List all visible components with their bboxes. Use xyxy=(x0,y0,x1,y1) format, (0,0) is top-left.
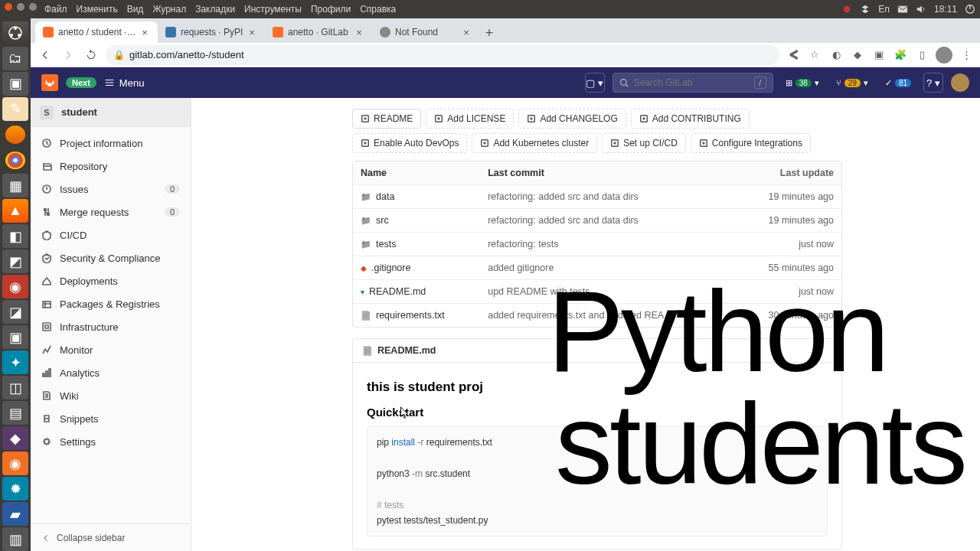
reload-button[interactable] xyxy=(83,47,100,64)
firefox-icon[interactable] xyxy=(5,126,25,144)
collapse-sidebar[interactable]: Collapse sidebar xyxy=(31,523,191,551)
app-icon[interactable]: ✦ xyxy=(2,350,28,374)
close-icon[interactable]: × xyxy=(247,27,257,37)
app-icon[interactable]: ▥ xyxy=(2,527,28,551)
table-row[interactable]: datarefactoring: added src and data dirs… xyxy=(353,185,841,209)
power-icon[interactable] xyxy=(965,4,975,15)
tab-gitlab-user[interactable]: anetto · GitLab × xyxy=(265,21,372,43)
share-icon[interactable] xyxy=(786,47,801,63)
sidebar-item[interactable]: Repository xyxy=(31,155,191,178)
sidebar-item[interactable]: Packages & Registries xyxy=(31,292,191,315)
table-row[interactable]: testsrefactoring: testsjust now xyxy=(353,233,841,256)
language-indicator[interactable]: En xyxy=(878,4,890,15)
action-button[interactable]: Add Kubernetes cluster xyxy=(472,133,597,153)
virtualbox-icon[interactable]: ▣ xyxy=(2,325,28,349)
app-icon[interactable]: ◧ xyxy=(2,224,28,248)
star-icon[interactable]: ☆ xyxy=(807,47,822,63)
extension-icon[interactable]: ◆ xyxy=(850,47,865,63)
menu-icon[interactable]: ⋮ xyxy=(959,47,974,63)
profile-avatar[interactable] xyxy=(936,47,952,64)
app-icon[interactable]: ▤ xyxy=(2,401,28,425)
mrs-badge[interactable]: ⑂29▾ xyxy=(831,77,873,90)
app-icon[interactable]: ◆ xyxy=(2,426,28,450)
tab-pypi[interactable]: requests · PyPI × xyxy=(158,21,265,43)
volume-icon[interactable] xyxy=(916,4,926,15)
quick-actions: READMEAdd LICENSEAdd CHANGELOGAdd CONTRI… xyxy=(352,109,842,153)
sidebar-item[interactable]: Merge requests0 xyxy=(31,201,191,223)
url-input[interactable]: 🔒 gitlab.com/anetto-/student xyxy=(106,45,779,65)
help-dropdown[interactable]: ? ▾ xyxy=(923,73,943,93)
gitlab-logo-icon[interactable] xyxy=(41,74,58,91)
clock[interactable]: 18:11 xyxy=(934,4,957,15)
window-controls[interactable] xyxy=(5,3,37,11)
system-tray[interactable]: En 18:11 xyxy=(841,4,975,15)
chrome-icon[interactable] xyxy=(5,152,25,170)
url-text: gitlab.com/anetto-/student xyxy=(129,49,244,60)
mail-icon[interactable] xyxy=(897,4,908,15)
postman-icon[interactable]: ◉ xyxy=(2,452,28,475)
app-icon[interactable]: ◪ xyxy=(2,300,28,324)
forward-button[interactable] xyxy=(60,47,77,64)
dash-icon[interactable] xyxy=(2,21,28,45)
issues-badge[interactable]: ⊞38▾ xyxy=(781,77,824,90)
sidebar-item[interactable]: CI/CD xyxy=(31,223,191,246)
sidebar-item[interactable]: Issues0 xyxy=(31,178,191,201)
action-button[interactable]: Configure Integrations xyxy=(691,133,811,153)
app-icon[interactable]: ◫ xyxy=(2,376,28,399)
readme-header[interactable]: README.md xyxy=(353,339,841,363)
extension-icon[interactable]: ◐ xyxy=(828,47,844,63)
search-box[interactable]: / xyxy=(612,73,773,93)
table-row[interactable]: README.mdupd README with testsjust now xyxy=(353,280,841,304)
calculator-icon[interactable]: ▦ xyxy=(2,174,28,197)
next-badge[interactable]: Next xyxy=(66,77,96,88)
action-button[interactable]: Enable Auto DevOps xyxy=(352,133,467,153)
table-row[interactable]: srcrefactoring: added src and data dirs1… xyxy=(353,209,841,233)
zoom-icon[interactable]: ▰ xyxy=(2,502,28,526)
files-icon[interactable]: 🗂 xyxy=(2,47,28,70)
vlc-icon[interactable]: ▲ xyxy=(2,199,28,223)
sidebar-item[interactable]: Settings xyxy=(31,430,191,453)
action-button[interactable]: README xyxy=(352,109,421,129)
extensions-icon[interactable]: 🧩 xyxy=(893,47,908,63)
sidebar-item[interactable]: Project information xyxy=(31,132,191,155)
tab-gitlab-student[interactable]: anetto / student · GitLab × xyxy=(35,21,158,43)
app-icon[interactable]: ◉ xyxy=(2,275,28,298)
tab-notfound[interactable]: Not Found × xyxy=(372,21,479,43)
back-button[interactable] xyxy=(37,47,54,64)
action-button[interactable]: Add LICENSE xyxy=(426,109,514,129)
notes-icon[interactable]: ✎ xyxy=(2,97,28,121)
chevron-left-icon xyxy=(41,533,51,543)
menu-button[interactable]: Menu xyxy=(104,77,145,89)
action-button[interactable]: Add CHANGELOG xyxy=(518,109,626,129)
app-icon[interactable]: ◩ xyxy=(2,249,28,273)
plus-dropdown[interactable]: ▢ ▾ xyxy=(585,73,605,93)
gitlab-icon xyxy=(273,27,283,37)
search-input[interactable] xyxy=(634,77,750,88)
app-icon[interactable]: ✹ xyxy=(2,477,28,500)
close-icon[interactable]: × xyxy=(354,27,364,37)
close-icon[interactable]: × xyxy=(461,27,472,37)
tab-bar: anetto / student · GitLab × requests · P… xyxy=(31,18,980,43)
terminal-icon[interactable]: ▣ xyxy=(2,72,28,96)
todos-badge[interactable]: ✓81 xyxy=(880,77,916,90)
folder-icon xyxy=(361,215,376,226)
close-icon[interactable]: × xyxy=(139,27,150,37)
sidebar-item[interactable]: Deployments xyxy=(31,269,191,292)
user-avatar[interactable] xyxy=(951,73,969,92)
sidebar-item[interactable]: Security & Compliance xyxy=(31,246,191,269)
table-row[interactable]: requirements.txtadded requirements.txt a… xyxy=(353,304,841,327)
sidebar-item[interactable]: Snippets xyxy=(31,407,191,430)
action-button[interactable]: Add CONTRIBUTING xyxy=(631,109,750,129)
sidebar-item[interactable]: Analytics xyxy=(31,361,191,384)
new-tab-button[interactable]: + xyxy=(479,23,499,43)
sidebar-item[interactable]: Infrastructure xyxy=(31,315,191,338)
reader-icon[interactable]: ▯ xyxy=(914,47,929,63)
extension-icon[interactable]: ▣ xyxy=(871,47,887,63)
project-header[interactable]: S student xyxy=(31,98,191,127)
table-row[interactable]: .gitignoreadded gitignore55 minutes ago xyxy=(353,256,841,280)
app-menubar[interactable]: ФайлИзменитьВидЖурналЗакладкиИнструменты… xyxy=(44,4,405,15)
sidebar-item[interactable]: Wiki xyxy=(31,384,191,407)
unity-launcher[interactable]: 🗂 ▣ ✎ ▦ ▲ ◧ ◩ ◉ ◪ ▣ ✦ ◫ ▤ ◆ ◉ ✹ ▰ ▥ xyxy=(0,18,31,551)
sidebar-item[interactable]: Monitor xyxy=(31,338,191,361)
action-button[interactable]: Set up CI/CD xyxy=(602,133,686,153)
